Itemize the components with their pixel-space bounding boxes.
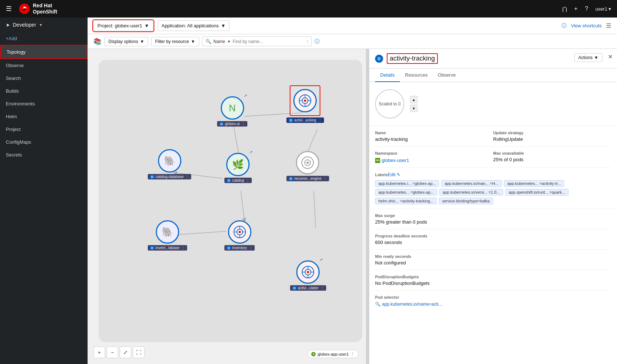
node-menu-activity-tracking[interactable]: ⋮ (318, 118, 322, 122)
topbar: Project: globex-user1 ▼ Application: All… (88, 18, 617, 34)
label-tag-5[interactable]: app.openshift.io/runt... =quark... (505, 189, 568, 195)
node-menu-catalog[interactable]: ⋮ (246, 178, 250, 182)
sidebar-item-search[interactable]: Search (0, 72, 88, 85)
external-link-icon-catalog[interactable]: ↗ (249, 150, 252, 155)
label-tag-7[interactable]: service-binding/type=kafka (439, 198, 493, 204)
node-menu-globex-ui[interactable]: ⋮ (242, 122, 245, 126)
label-tag-6[interactable]: helm.sh/c... =activity-tracking... (375, 198, 437, 204)
scaled-circle: Scaled to 0 (375, 89, 404, 119)
info-icon[interactable]: ⓘ (315, 38, 320, 45)
tab-observe[interactable]: Observe (433, 69, 461, 82)
tab-resources[interactable]: Resources (400, 69, 433, 82)
label-tag-0[interactable]: app.kubernetes.i... =globex-ap... (375, 180, 439, 187)
project-label: Project: globex-user1 (97, 23, 142, 28)
topology-book-icon[interactable]: 📚 (93, 38, 101, 46)
grid-icon[interactable]: ⋂ (562, 5, 567, 12)
fit-button[interactable]: ⤢ (120, 346, 131, 358)
find-by-name-input[interactable] (233, 39, 305, 44)
list-view-icon[interactable]: ☰ (606, 22, 611, 29)
filter-by-resource-chevron-icon: ▼ (191, 39, 195, 44)
zoom-out-button[interactable]: − (107, 346, 118, 358)
external-link-icon-activi-ulator[interactable]: ↗ (319, 257, 323, 262)
plus-icon[interactable]: + (574, 5, 578, 12)
panel-actions-chevron-icon: ▼ (594, 55, 598, 60)
detail-pod-disruption-label: PodDisruptionBudgets (375, 275, 493, 279)
sidebar-item-observe[interactable]: Observe (0, 59, 88, 72)
detail-empty (493, 209, 612, 229)
node-label-catalog: D catalog ⋮ (224, 178, 252, 183)
sidebar-item-builds[interactable]: Builds (0, 85, 88, 97)
label-tag-3[interactable]: app.kubernetes... =globex-ap... (375, 189, 437, 195)
user-menu[interactable]: user1 ▾ (595, 6, 611, 12)
sidebar-item-environments[interactable]: Environments (0, 97, 88, 110)
app-badge-menu[interactable]: ⋮ (351, 352, 355, 356)
node-menu-invent-tabase[interactable]: ⋮ (181, 246, 185, 250)
detail-namespace-label: Namespace (375, 151, 493, 155)
node-activi-ulator[interactable]: ↗ (290, 260, 326, 291)
display-options-button[interactable]: Display options ▼ (104, 37, 148, 46)
detail-max-surge-label: Max surge (375, 213, 493, 218)
zoom-in-button[interactable]: + (93, 346, 105, 358)
scale-down-button[interactable]: ▼ (410, 105, 417, 112)
sidebar-item-label-search: Search (6, 75, 21, 81)
node-menu-recomm-engine[interactable]: ⋮ (323, 177, 327, 181)
node-circle-activity-tracking (293, 89, 317, 112)
sidebar-item-label-builds: Builds (6, 88, 19, 94)
node-menu-catalog-database[interactable]: ⋮ (185, 175, 189, 179)
external-link-icon-globex-ui[interactable]: ↗ (244, 93, 247, 98)
detail-empty2 (493, 229, 612, 250)
name-label: Name (213, 39, 225, 44)
app-badge[interactable]: A globex-app-user1 ⋮ (307, 350, 359, 358)
tab-details[interactable]: Details (375, 69, 400, 82)
pod-selector-link[interactable]: 🔍 app.kubernetes.io/name=acti... (375, 302, 611, 307)
detail-progress-deadline-label: Progress deadline seconds (375, 234, 493, 238)
resize-handle[interactable]: ⋮ (366, 49, 369, 364)
brand-line1: Red Hat (33, 3, 57, 9)
label-tag-4[interactable]: app.kubernetes.io/versi... =1.0... (439, 189, 503, 195)
node-invent-tabase[interactable]: 🐘 D invent...tabase ⋮ (148, 220, 187, 251)
fullscreen-button[interactable]: ⛶ (133, 346, 144, 358)
label-tag-2[interactable]: app.kubernetes... =activity-tr... (504, 180, 564, 187)
sidebar-item-secrets[interactable]: Secrets (0, 148, 88, 161)
svg-point-17 (306, 162, 309, 164)
node-menu-inventory[interactable]: ⋮ (249, 246, 252, 250)
node-inventory[interactable]: D inventory ⋮ (224, 220, 255, 251)
node-catalog[interactable]: ↗ 🌿 D catalog ⋮ (224, 153, 252, 183)
perspective-icon: ➤ (6, 22, 10, 28)
ns-link[interactable]: globex-user1 (382, 158, 409, 163)
panel-close-button[interactable]: ✕ (608, 53, 613, 60)
node-recomm-engine[interactable]: D recomm...engine ⋮ (286, 151, 329, 181)
project-selector[interactable]: Project: globex-user1 ▼ (93, 20, 153, 31)
view-shortcuts-link[interactable]: View shortcuts (571, 23, 602, 28)
topology-canvas[interactable]: ↗ N D globex-ui ⋮ ↗ (88, 49, 366, 364)
panel-tabs: Details Resources Observe (369, 69, 617, 82)
app-selector[interactable]: Application: All applications ▼ (158, 20, 230, 31)
node-menu-activi-ulator[interactable]: ⋮ (320, 286, 324, 290)
panel-title: activity-tracking (387, 53, 438, 64)
detail-empty4 (493, 270, 612, 291)
sidebar-item-label-secrets: Secrets (6, 152, 22, 158)
node-catalog-database[interactable]: 🐘 D catalog-database ⋮ (148, 149, 191, 179)
slash-separator: / (307, 39, 308, 44)
navbar: ☰ Red Hat OpenShift ⋂ + ? user1 ▾ (0, 0, 617, 18)
sidebar-item-topology[interactable]: Topology (0, 45, 88, 59)
sidebar-add-button[interactable]: +Add (0, 32, 88, 45)
scaled-controls: ▲ ▼ (410, 96, 417, 112)
brand-line2: OpenShift (33, 9, 57, 15)
detail-min-ready-value: Not configured (375, 260, 493, 266)
sidebar-item-project[interactable]: Project (0, 123, 88, 136)
help-icon[interactable]: ? (585, 5, 588, 12)
sidebar-section-developer[interactable]: ➤ Developer ▼ (0, 18, 88, 32)
filter-by-resource-button[interactable]: Filter by resource ▼ (151, 37, 199, 46)
node-circle-inventory (228, 220, 251, 244)
activity-tracking-icon (298, 94, 312, 107)
hamburger-menu[interactable]: ☰ (6, 5, 12, 13)
edit-labels-link[interactable]: Edit ✎ (388, 172, 400, 177)
sidebar-item-configmaps[interactable]: ConfigMaps (0, 136, 88, 148)
node-globex-ui[interactable]: ↗ N D globex-ui ⋮ (217, 96, 247, 127)
node-activity-tracking[interactable]: D activi...acking ⋮ (286, 85, 324, 123)
sidebar-item-helm[interactable]: Helm (0, 110, 88, 123)
scale-up-button[interactable]: ▲ (410, 96, 417, 103)
panel-actions-button[interactable]: Actions ▼ (574, 53, 602, 62)
label-tag-1[interactable]: app.kubernetes.io/man... =H... (441, 180, 502, 187)
